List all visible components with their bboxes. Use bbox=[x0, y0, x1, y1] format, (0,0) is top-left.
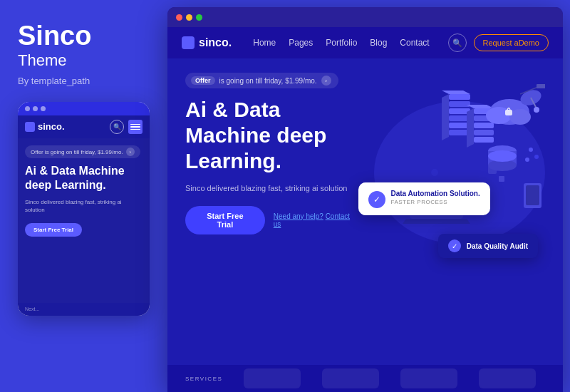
service-card-1 bbox=[244, 368, 301, 388]
dqa-check-icon: ✓ bbox=[448, 239, 461, 252]
nav-link-home[interactable]: Home bbox=[253, 38, 276, 48]
da-card-title: Data Automation Solution. bbox=[391, 190, 480, 197]
mobile-dot-1 bbox=[25, 106, 30, 111]
browser-titlebar bbox=[167, 7, 563, 27]
mobile-offer-bar: Offer is going on till friday, $1.99/mo.… bbox=[25, 145, 140, 158]
theme-by: By template_path bbox=[18, 76, 150, 86]
mobile-hero-heading: Ai & Data Machine deep Learning. bbox=[25, 164, 142, 192]
svg-rect-39 bbox=[526, 185, 539, 205]
offer-label: Offer bbox=[191, 76, 215, 85]
start-free-trial-button[interactable]: Start Free Trial bbox=[185, 206, 265, 234]
svg-rect-13 bbox=[474, 137, 494, 143]
services-label: SERVICES bbox=[185, 376, 222, 382]
mobile-cta-button[interactable]: Start Free Trial bbox=[25, 223, 82, 237]
nav-link-pages[interactable]: Pages bbox=[289, 38, 313, 48]
mobile-hero-sub: Sinco delivered blazing fast, striking a… bbox=[25, 198, 142, 214]
svg-point-40 bbox=[529, 148, 533, 152]
svg-point-37 bbox=[488, 150, 517, 162]
data-automation-card: ✓ Data Automation Solution. FASTER PROCE… bbox=[358, 182, 490, 215]
svg-marker-30 bbox=[403, 219, 470, 224]
da-card-subtitle: FASTER PROCESS bbox=[391, 199, 480, 205]
svg-rect-1 bbox=[449, 94, 470, 100]
theme-title: Sinco bbox=[18, 21, 150, 51]
mobile-logo-icon bbox=[25, 122, 35, 132]
services-strip: SERVICES bbox=[167, 365, 563, 392]
mobile-navbar: sinco. 🔍 bbox=[18, 115, 150, 138]
browser-dot-green[interactable] bbox=[196, 14, 202, 21]
nav-search-icon[interactable]: 🔍 bbox=[448, 33, 467, 52]
site-navbar: sinco. Home Pages Portfolio Blog Contact… bbox=[167, 27, 563, 58]
svg-rect-12 bbox=[474, 130, 494, 135]
svg-rect-32 bbox=[499, 176, 504, 182]
svg-rect-2 bbox=[449, 101, 470, 107]
mobile-nav-icons: 🔍 bbox=[110, 120, 142, 134]
service-card-2 bbox=[322, 368, 379, 388]
svg-rect-11 bbox=[474, 123, 494, 128]
offer-bar: Offer is going on till friday, $1.99/mo.… bbox=[185, 73, 338, 88]
browser-dot-red[interactable] bbox=[176, 14, 182, 21]
left-panel: Sinco Theme By template_path sinco. 🔍 bbox=[0, 0, 167, 392]
svg-point-41 bbox=[534, 155, 539, 159]
nav-link-contact[interactable]: Contact bbox=[400, 38, 429, 48]
mobile-content: Offer is going on till friday, $1.99/mo.… bbox=[18, 138, 150, 303]
svg-point-22 bbox=[534, 107, 539, 113]
svg-point-18 bbox=[509, 109, 531, 125]
mobile-search-icon[interactable]: 🔍 bbox=[110, 120, 124, 134]
website-content: sinco. Home Pages Portfolio Blog Contact… bbox=[167, 27, 563, 392]
theme-subtitle: Theme bbox=[18, 51, 150, 70]
site-logo-icon bbox=[182, 36, 195, 49]
browser-dot-yellow[interactable] bbox=[186, 14, 192, 21]
da-card-text: Data Automation Solution. FASTER PROCESS bbox=[391, 190, 480, 205]
hero-illustration: ✓ Data Automation Solution. FASTER PROCE… bbox=[373, 73, 546, 272]
svg-rect-19 bbox=[505, 110, 512, 115]
dqa-card-title: Data Quality Audit bbox=[467, 242, 528, 250]
svg-marker-14 bbox=[467, 108, 474, 148]
nav-link-portfolio[interactable]: Portfolio bbox=[326, 38, 357, 48]
mobile-preview: sinco. 🔍 Offer is going on till friday, … bbox=[18, 102, 150, 316]
svg-marker-8 bbox=[442, 91, 470, 94]
menu-line-3 bbox=[130, 129, 140, 130]
mobile-menu-icon[interactable] bbox=[128, 120, 142, 134]
request-demo-button[interactable]: Request aDemo bbox=[474, 34, 549, 51]
mobile-logo: sinco. bbox=[25, 121, 65, 132]
da-check-icon: ✓ bbox=[368, 191, 385, 208]
mobile-bottom-strip: Next... bbox=[18, 303, 150, 316]
data-quality-audit-card: ✓ Data Quality Audit bbox=[438, 234, 538, 258]
nav-link-blog[interactable]: Blog bbox=[370, 38, 387, 48]
mobile-dot-3 bbox=[41, 106, 46, 111]
browser-window: sinco. Home Pages Portfolio Blog Contact… bbox=[167, 7, 563, 392]
hero-section: Offer is going on till friday, $1.99/mo.… bbox=[167, 58, 563, 272]
svg-marker-7 bbox=[442, 94, 449, 140]
mobile-title-bar bbox=[18, 102, 150, 115]
svg-rect-24 bbox=[537, 84, 545, 88]
menu-line-2 bbox=[130, 126, 140, 128]
service-card-4 bbox=[479, 368, 536, 388]
site-logo: sinco. bbox=[182, 36, 232, 49]
svg-point-42 bbox=[525, 158, 529, 162]
service-card-3 bbox=[400, 368, 457, 388]
mobile-dot-2 bbox=[33, 106, 38, 111]
mobile-offer-arrow-icon: › bbox=[126, 148, 135, 156]
nav-actions: 🔍 Request aDemo bbox=[448, 33, 549, 52]
svg-point-33 bbox=[431, 169, 438, 176]
menu-line-1 bbox=[130, 124, 140, 125]
site-nav-links: Home Pages Portfolio Blog Contact bbox=[253, 38, 447, 48]
mobile-bottom-text: Next... bbox=[25, 306, 39, 311]
offer-text: is going on till friday, $1.99/mo. bbox=[219, 77, 317, 85]
